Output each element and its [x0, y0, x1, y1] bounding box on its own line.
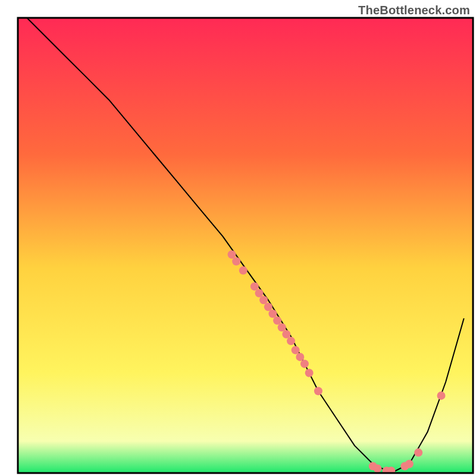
data-marker: [287, 337, 295, 345]
data-marker: [228, 250, 236, 259]
data-marker: [264, 303, 273, 311]
data-marker: [273, 317, 281, 325]
data-marker: [300, 359, 309, 368]
data-marker: [278, 323, 286, 331]
watermark-text: TheBottleneck.com: [358, 4, 470, 17]
data-marker: [259, 296, 268, 304]
gradient-background: [18, 18, 473, 473]
data-marker: [437, 392, 446, 400]
data-marker: [250, 282, 259, 290]
data-marker: [282, 330, 290, 339]
data-marker: [255, 289, 264, 298]
data-marker: [292, 346, 300, 354]
data-marker: [296, 353, 304, 361]
data-marker: [314, 387, 322, 395]
chart-container: TheBottleneck.com: [0, 0, 476, 476]
data-marker: [232, 257, 240, 265]
data-marker: [414, 449, 422, 457]
data-marker: [405, 460, 414, 468]
data-marker: [268, 309, 277, 318]
data-marker: [239, 267, 248, 275]
data-marker: [373, 464, 381, 472]
plot-svg: [0, 0, 476, 476]
data-marker: [305, 369, 314, 377]
